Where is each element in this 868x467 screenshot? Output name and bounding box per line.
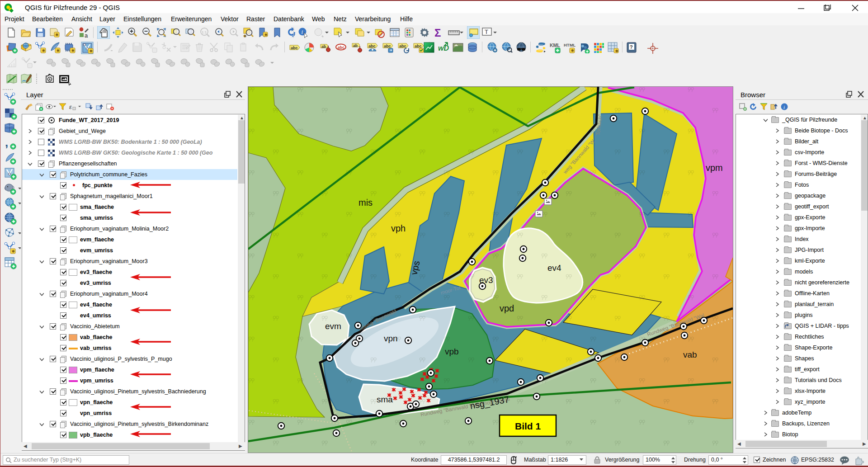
svg-text:i: i xyxy=(783,104,785,110)
svg-text:ab: ab xyxy=(321,44,326,49)
svg-text:a: a xyxy=(85,32,88,38)
svg-text:mis: mis xyxy=(359,198,373,208)
svg-text:abc: abc xyxy=(338,45,345,50)
svg-text:vpn: vpn xyxy=(384,334,398,343)
svg-text:vpd: vpd xyxy=(500,303,514,313)
svg-text:HTML: HTML xyxy=(564,42,576,47)
svg-text:ev4: ev4 xyxy=(547,263,561,273)
svg-text:,: , xyxy=(5,137,8,149)
svg-text:vpm: vpm xyxy=(706,163,723,173)
svg-text:ε: ε xyxy=(69,104,72,110)
svg-text:abc: abc xyxy=(384,44,391,48)
svg-text:T: T xyxy=(485,28,488,35)
svg-text:evm: evm xyxy=(325,321,341,331)
svg-text:abc: abc xyxy=(415,44,422,48)
svg-text:?: ? xyxy=(630,44,633,50)
svg-text:KML: KML xyxy=(550,42,560,48)
svg-text:✱: ✱ xyxy=(264,33,268,37)
svg-text:✱: ✱ xyxy=(243,34,247,38)
svg-text:ab: ab xyxy=(353,43,358,48)
svg-text:wD: wD xyxy=(438,44,449,52)
svg-text:i: i xyxy=(302,28,303,35)
svg-text:✱: ✱ xyxy=(615,49,619,53)
svg-text:✱: ✱ xyxy=(42,48,46,53)
svg-text:abc: abc xyxy=(368,44,376,48)
svg-text:vab: vab xyxy=(683,350,697,359)
svg-text:✱: ✱ xyxy=(55,33,59,37)
svg-text:1:1: 1:1 xyxy=(202,30,207,34)
svg-text:abc: abc xyxy=(291,46,298,50)
svg-text:vph: vph xyxy=(391,223,406,233)
svg-text:vpb: vpb xyxy=(445,347,459,356)
svg-text:abc: abc xyxy=(399,44,406,48)
svg-text:✱: ✱ xyxy=(71,48,75,53)
svg-text:✱: ✱ xyxy=(57,48,60,53)
svg-text:✱: ✱ xyxy=(571,48,575,53)
svg-text:Bild 1: Bild 1 xyxy=(515,421,541,431)
svg-text:✱: ✱ xyxy=(12,249,15,254)
svg-text:Σ: Σ xyxy=(434,27,441,39)
svg-text:✱: ✱ xyxy=(90,49,93,53)
